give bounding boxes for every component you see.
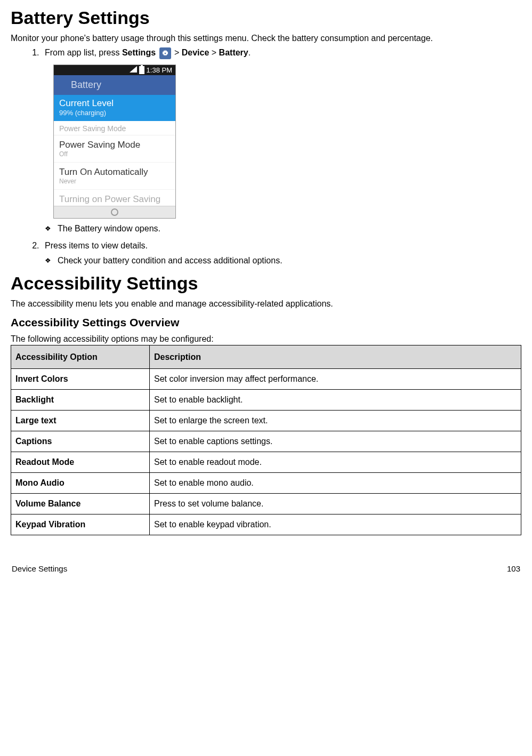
table-row: Large textSet to enlarge the screen text… — [11, 411, 521, 431]
step1-battery: Battery — [219, 48, 248, 57]
auto-value: Never — [59, 178, 170, 185]
th-option: Accessibility Option — [11, 345, 150, 369]
turning-on-text: Turning on Power Saving — [59, 194, 170, 205]
settings-icon — [159, 47, 171, 59]
psm-title: Power Saving Mode — [59, 140, 170, 150]
th-description: Description — [150, 345, 521, 369]
opt-cell: Readout Mode — [11, 452, 150, 473]
table-row: BacklightSet to enable backlight. — [11, 390, 521, 411]
heading-accessibility-settings: Accessibility Settings — [11, 273, 521, 294]
step1-settings: Settings — [122, 48, 156, 57]
step-1: From app list, press Settings > Device >… — [42, 47, 521, 59]
desc-cell: Set to enable backlight. — [150, 390, 521, 411]
turn-on-automatically-row[interactable]: Turn On Automatically Never — [54, 163, 175, 190]
app-header: Battery — [54, 75, 175, 95]
table-row: Volume BalancePress to set volume balanc… — [11, 494, 521, 514]
desc-cell: Set color inversion may affect performan… — [150, 369, 521, 390]
opt-cell: Captions — [11, 431, 150, 452]
table-row: Keypad VibrationSet to enable keypad vib… — [11, 514, 521, 535]
psm-value: Off — [59, 150, 170, 158]
status-time: 1:38 PM — [147, 66, 172, 74]
table-header-row: Accessibility Option Description — [11, 345, 521, 369]
table-row: CaptionsSet to enable captions settings. — [11, 431, 521, 452]
home-icon[interactable] — [111, 208, 118, 216]
turning-on-row: Turning on Power Saving — [54, 190, 175, 206]
battery-icon — [139, 66, 144, 74]
desc-cell: Press to set volume balance. — [150, 494, 521, 514]
bullet-check-battery: Check your battery condition and access … — [45, 256, 521, 266]
table-row: Mono AudioSet to enable mono audio. — [11, 473, 521, 494]
svg-point-1 — [164, 52, 166, 54]
auto-title: Turn On Automatically — [59, 167, 170, 178]
desc-cell: Set to enlarge the screen text. — [150, 411, 521, 431]
current-level-title: Current Level — [59, 98, 170, 109]
footer-section: Device Settings — [12, 564, 67, 573]
status-bar: 1:38 PM — [54, 65, 175, 75]
desc-cell: Set to enable captions settings. — [150, 431, 521, 452]
heading-battery-settings: Battery Settings — [11, 7, 521, 28]
desc-cell: Set to enable readout mode. — [150, 452, 521, 473]
footer-page-number: 103 — [507, 564, 520, 573]
accessibility-table: Accessibility Option Description Invert … — [11, 345, 521, 535]
page-footer: Device Settings 103 — [11, 564, 521, 573]
step1-prefix: From app list, press — [45, 48, 122, 57]
subheading-overview: Accessibility Settings Overview — [11, 316, 521, 329]
current-level-row[interactable]: Current Level 99% (charging) — [54, 95, 175, 121]
intro-text: Monitor your phone's battery usage throu… — [11, 34, 521, 43]
power-saving-mode-row[interactable]: Power Saving Mode Off — [54, 135, 175, 163]
step-2: Press items to view details. — [42, 241, 521, 251]
opt-cell: Large text — [11, 411, 150, 431]
accessibility-intro3: The following accessibility options may … — [11, 334, 521, 344]
opt-cell: Backlight — [11, 390, 150, 411]
signal-icon — [130, 66, 137, 74]
opt-cell: Keypad Vibration — [11, 514, 150, 535]
nav-bar — [54, 206, 175, 218]
section-power-saving: Power Saving Mode — [54, 121, 175, 135]
current-level-value: 99% (charging) — [59, 109, 170, 117]
accessibility-intro: The accessibility menu lets you enable a… — [11, 299, 521, 309]
battery-screenshot: 1:38 PM Battery Current Level 99% (charg… — [53, 65, 176, 219]
step1-suffix: . — [248, 48, 251, 57]
table-row: Readout ModeSet to enable readout mode. — [11, 452, 521, 473]
bullet-battery-opens: The Battery window opens. — [45, 224, 521, 234]
table-row: Invert ColorsSet color inversion may aff… — [11, 369, 521, 390]
opt-cell: Volume Balance — [11, 494, 150, 514]
desc-cell: Set to enable mono audio. — [150, 473, 521, 494]
desc-cell: Set to enable keypad vibration. — [150, 514, 521, 535]
step1-device: Device — [182, 48, 209, 57]
step1-gt2: > — [209, 48, 219, 57]
opt-cell: Mono Audio — [11, 473, 150, 494]
opt-cell: Invert Colors — [11, 369, 150, 390]
step1-gt1: > — [174, 48, 182, 57]
